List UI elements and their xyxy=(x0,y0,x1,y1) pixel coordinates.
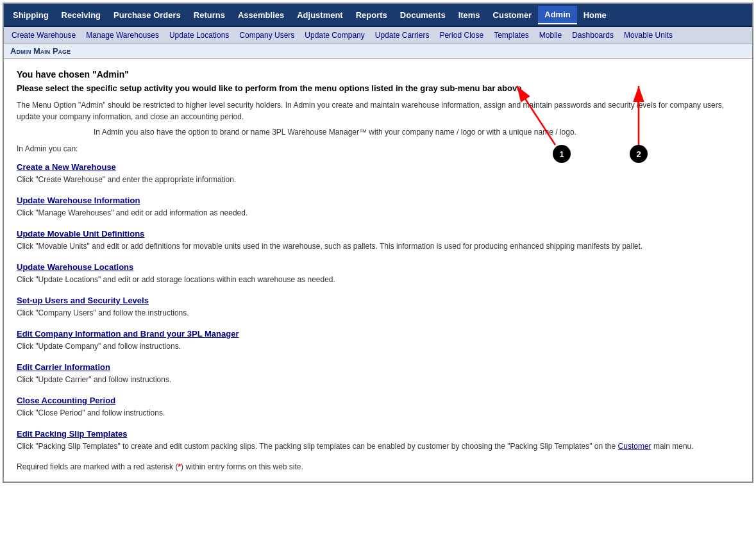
top-nav-item-shipping[interactable]: Shipping xyxy=(6,6,55,24)
sub-nav-item-movable-units[interactable]: Movable Units xyxy=(619,29,678,42)
page-title-bar: Admin Main Page xyxy=(4,44,752,59)
in-admin-text: In Admin you can: xyxy=(17,144,739,153)
section-title[interactable]: Edit Packing Slip Templates xyxy=(17,429,127,439)
page-title: Admin Main Page xyxy=(10,46,71,56)
section-title[interactable]: Set-up Users and Security Levels xyxy=(17,296,149,305)
sub-nav-item-period-close[interactable]: Period Close xyxy=(434,29,489,42)
sub-nav-item-company-users[interactable]: Company Users xyxy=(234,29,299,42)
sub-nav-item-update-carriers[interactable]: Update Carriers xyxy=(370,29,435,42)
section: Edit Packing Slip TemplatesClick "Packin… xyxy=(17,429,739,452)
top-nav-item-purchase-orders[interactable]: Purchase Orders xyxy=(107,6,187,24)
section-desc: Click "Update Company" and follow instru… xyxy=(17,340,739,352)
section: Edit Company Information and Brand your … xyxy=(17,329,739,352)
section-title[interactable]: Update Movable Unit Definitions xyxy=(17,229,144,239)
sub-nav-item-update-company[interactable]: Update Company xyxy=(299,29,369,42)
intro-body: The Menu Option "Admin" should be restri… xyxy=(17,99,739,122)
top-nav-item-items[interactable]: Items xyxy=(452,6,487,24)
top-nav-item-customer[interactable]: Customer xyxy=(487,6,539,24)
sub-nav: Create WarehouseManage WarehousesUpdate … xyxy=(4,27,752,44)
sub-nav-item-update-locations[interactable]: Update Locations xyxy=(164,29,234,42)
main-content: 1 2 You have chosen "Admin" Please selec… xyxy=(4,59,752,482)
top-nav-item-admin[interactable]: Admin xyxy=(538,6,576,24)
intro-title: You have chosen "Admin" xyxy=(17,69,739,80)
footer-note: Required fields are marked with a red as… xyxy=(17,462,739,471)
intro-subtitle: Please select the specific setup activit… xyxy=(17,83,739,93)
section-title[interactable]: Create a New Warehouse xyxy=(17,162,116,172)
sub-nav-item-dashboards[interactable]: Dashboards xyxy=(567,29,619,42)
top-nav-item-assemblies[interactable]: Assemblies xyxy=(231,6,290,24)
section: Set-up Users and Security LevelsClick "C… xyxy=(17,296,739,319)
section-title[interactable]: Update Warehouse Locations xyxy=(17,262,133,272)
section-title[interactable]: Edit Carrier Information xyxy=(17,362,110,372)
section: Edit Carrier InformationClick "Update Ca… xyxy=(17,362,739,385)
intro-indent: In Admin you also have the option to bra… xyxy=(94,126,739,138)
top-nav-item-adjustment[interactable]: Adjustment xyxy=(290,6,349,24)
section-title[interactable]: Update Warehouse Information xyxy=(17,196,140,205)
top-nav-item-documents[interactable]: Documents xyxy=(394,6,452,24)
section-desc: Click "Create Warehouse" and enter the a… xyxy=(17,174,739,185)
section: Update Warehouse LocationsClick "Update … xyxy=(17,262,739,285)
section: Update Warehouse InformationClick "Manag… xyxy=(17,196,739,219)
sub-nav-item-manage-warehouses[interactable]: Manage Warehouses xyxy=(81,29,164,42)
customer-link[interactable]: Customer xyxy=(618,442,651,451)
section: Create a New WarehouseClick "Create Ware… xyxy=(17,162,739,185)
section-desc: Click "Manage Warehouses" and edit or ad… xyxy=(17,207,739,219)
top-nav: ShippingReceivingPurchase OrdersReturnsA… xyxy=(4,4,752,27)
section-desc: Click "Company Users" and follow the ins… xyxy=(17,307,739,319)
top-nav-item-home[interactable]: Home xyxy=(577,6,613,24)
section: Update Movable Unit DefinitionsClick "Mo… xyxy=(17,229,739,252)
section-desc: Click "Update Carrier" and follow instru… xyxy=(17,374,739,385)
section-desc: Click "Movable Units" and edit or add de… xyxy=(17,240,739,252)
top-nav-item-reports[interactable]: Reports xyxy=(349,6,394,24)
section: Close Accounting PeriodClick "Close Peri… xyxy=(17,396,739,419)
section-title[interactable]: Close Accounting Period xyxy=(17,396,115,405)
section-desc: Click "Update Locations" and edit or add… xyxy=(17,274,739,285)
sub-nav-item-templates[interactable]: Templates xyxy=(489,29,534,42)
section-title[interactable]: Edit Company Information and Brand your … xyxy=(17,329,239,339)
top-nav-item-receiving[interactable]: Receiving xyxy=(55,6,107,24)
section-desc: Click "Packing Slip Templates" to create… xyxy=(17,441,739,452)
sub-nav-item-create-warehouse[interactable]: Create Warehouse xyxy=(6,29,81,42)
sub-nav-item-mobile[interactable]: Mobile xyxy=(534,29,567,42)
top-nav-item-returns[interactable]: Returns xyxy=(187,6,231,24)
sections-container: Create a New WarehouseClick "Create Ware… xyxy=(17,162,739,452)
section-desc: Click "Close Period" and follow instruct… xyxy=(17,407,739,419)
